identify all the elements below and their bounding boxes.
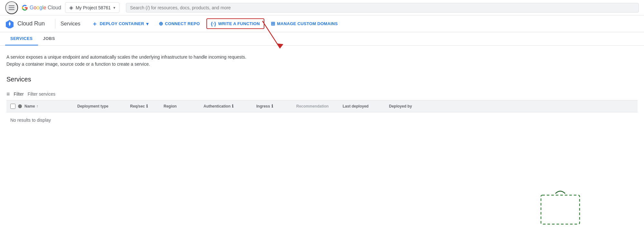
deploy-container-button[interactable]: ＋ DEPLOY CONTAINER ▾ [88,18,152,30]
top-nav: Google Cloud ◈ My Project 58761 ▾ [0,0,644,15]
search-input[interactable] [126,3,639,13]
header-auth: Authentication ℹ [204,104,255,109]
connect-repo-button[interactable]: ⊕ CONNECT REPO [155,19,204,29]
header-checkbox-cell [10,104,23,109]
connect-repo-label: CONNECT REPO [165,21,200,26]
services-nav-label: Services [61,21,80,27]
cloud-run-label: Cloud Run [17,20,45,27]
cloud-run-brand: Cloud Run [5,19,50,28]
project-label: My Project 58761 [76,5,111,10]
description-line1: A service exposes a unique endpoint and … [6,53,638,61]
header-ingress: Ingress ℹ [256,104,295,109]
svg-rect-2 [9,9,14,10]
header-deployment: Deployment type [77,104,129,109]
table-header: Name ↑ Deployment type Req/sec ℹ Region … [6,100,638,112]
nav-divider [55,19,55,29]
main-content: A service exposes a unique endpoint and … [0,46,644,136]
deploy-container-label: DEPLOY CONTAINER [100,21,144,26]
project-icon: ◈ [69,5,73,11]
header-last-deployed: Last deployed [343,104,388,109]
req-help-icon[interactable]: ℹ [146,104,148,109]
description-line2: Deploy a container image, source code or… [6,61,638,68]
auth-help-icon[interactable]: ℹ [232,104,233,109]
write-function-label: WRITE A FUNCTION [218,21,260,26]
tab-services[interactable]: SERVICES [5,32,38,45]
secondary-nav: Cloud Run Services ＋ DEPLOY CONTAINER ▾ … [0,15,644,32]
ingress-help-icon[interactable]: ℹ [271,104,273,109]
manage-domains-label: MANAGE CUSTOM DOMAINS [277,21,338,26]
manage-custom-domains-button[interactable]: ⊞ MANAGE CUSTOM DOMAINS [267,19,342,29]
menu-button[interactable] [5,1,18,14]
function-icon: {·} [211,21,216,26]
cloud-text: Google Cloud [30,5,61,11]
write-function-button[interactable]: {·} WRITE A FUNCTION [206,18,264,29]
project-selector[interactable]: ◈ My Project 58761 ▾ [65,2,119,13]
svg-rect-0 [9,5,14,6]
filter-placeholder: Filter services [28,91,55,97]
header-deployed-by: Deployed by [389,104,434,109]
domains-icon: ⊞ [271,21,275,27]
status-indicator [18,104,22,108]
no-results-row: No results to display [6,112,638,128]
chevron-down-icon: ▾ [113,5,115,10]
select-all-checkbox[interactable] [10,104,15,109]
svg-rect-1 [9,7,14,8]
plus-icon: ＋ [92,20,98,28]
header-recommendation: Recommendation [296,104,341,109]
dropdown-arrow-icon: ▾ [146,21,148,26]
header-region: Region [164,104,202,109]
repo-icon: ⊕ [159,21,163,27]
nav-actions: ＋ DEPLOY CONTAINER ▾ ⊕ CONNECT REPO {·} … [88,18,639,30]
tab-jobs[interactable]: JOBS [38,32,60,45]
services-title: Services [6,76,638,83]
filter-bar: ≡ Filter Filter services [6,88,638,100]
filter-button[interactable]: Filter [14,91,24,97]
google-cloud-logo: Google Cloud [22,5,61,11]
table: Name ↑ Deployment type Req/sec ℹ Region … [6,100,638,128]
sort-up-icon: ↑ [36,104,38,109]
header-req: Req/sec ℹ [130,104,162,109]
tabs: SERVICES JOBS [0,32,644,46]
header-name: Name ↑ [24,104,76,109]
filter-label: Filter [14,91,24,97]
filter-icon: ≡ [6,91,10,98]
description: A service exposes a unique endpoint and … [6,53,638,68]
